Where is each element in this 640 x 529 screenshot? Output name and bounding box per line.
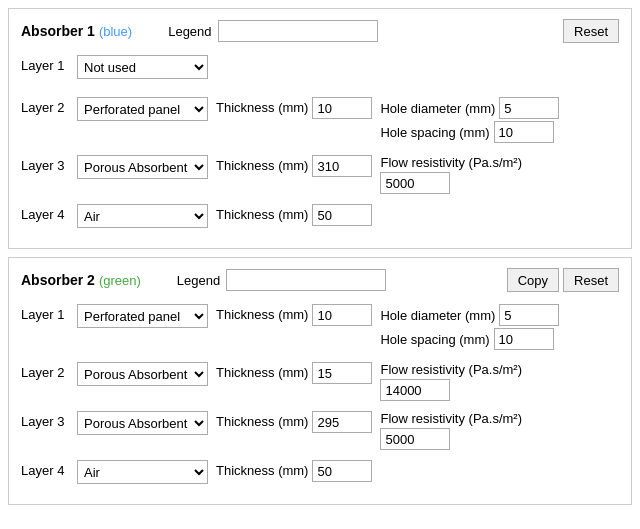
absorber2-layer1-row: Layer 1 Not used Perforated panel Porous…: [21, 304, 619, 352]
absorber1-header: Absorber 1 (blue) Legend Reset: [21, 19, 619, 43]
absorber1-layer2-hole-spacing-label: Hole spacing (mm): [380, 125, 489, 140]
absorber1-layer2-hole-spacing-input[interactable]: [494, 121, 554, 143]
absorber2-layer4-thickness-label: Thickness (mm): [216, 460, 308, 478]
absorber1-layer4-select[interactable]: Not used Perforated panel Porous Absorbe…: [77, 204, 208, 228]
absorber2-legend-label: Legend: [177, 273, 220, 288]
absorber1-layer1-label: Layer 1: [21, 55, 73, 73]
absorber2-layer2-label: Layer 2: [21, 362, 73, 380]
absorber2-header-right: Copy Reset: [507, 268, 619, 292]
absorber1-legend-label: Legend: [168, 24, 211, 39]
absorber1-layer2-hole-spacing-row: Hole spacing (mm): [380, 121, 559, 143]
absorber1-layer4-label: Layer 4: [21, 204, 73, 222]
absorber1-reset-button[interactable]: Reset: [563, 19, 619, 43]
absorber2-layer1-hole-spacing-row: Hole spacing (mm): [380, 328, 559, 350]
absorber1-header-right: Reset: [563, 19, 619, 43]
absorber1-layer3-select[interactable]: Not used Perforated panel Porous Absorbe…: [77, 155, 208, 179]
absorber1-layer2-thickness-input[interactable]: [312, 97, 372, 119]
absorber2-layer2-flow: Flow resistivity (Pa.s/m²): [380, 362, 522, 401]
absorber1-layer3-label: Layer 3: [21, 155, 73, 173]
absorber1-layer3-flow-input[interactable]: [380, 172, 450, 194]
absorber2-layer2-thickness-label: Thickness (mm): [216, 362, 308, 380]
absorber2-section: Absorber 2 (green) Legend Copy Reset Lay…: [8, 257, 632, 505]
absorber2-layer1-select[interactable]: Not used Perforated panel Porous Absorbe…: [77, 304, 208, 328]
absorber1-layer2-extra: Hole diameter (mm) Hole spacing (mm): [380, 97, 559, 145]
absorber2-layer2-select[interactable]: Not used Perforated panel Porous Absorbe…: [77, 362, 208, 386]
absorber1-color-label: (blue): [99, 24, 132, 39]
absorber1-layer2-thickness-label: Thickness (mm): [216, 97, 308, 115]
absorber2-layer1-hole-spacing-label: Hole spacing (mm): [380, 332, 489, 347]
absorber2-layer3-flow-input[interactable]: [380, 428, 450, 450]
absorber2-layer3-flow-label: Flow resistivity (Pa.s/m²): [380, 411, 522, 426]
absorber1-layer2-row: Layer 2 Not used Perforated panel Porous…: [21, 97, 619, 145]
absorber2-layer2-row: Layer 2 Not used Perforated panel Porous…: [21, 362, 619, 401]
absorber2-copy-button[interactable]: Copy: [507, 268, 559, 292]
absorber1-layer3-thickness-input[interactable]: [312, 155, 372, 177]
absorber2-layer1-hole-diameter-row: Hole diameter (mm): [380, 304, 559, 326]
absorber2-layer2-thickness-input[interactable]: [312, 362, 372, 384]
absorber1-layer2-label: Layer 2: [21, 97, 73, 115]
absorber2-layer4-select[interactable]: Not used Perforated panel Porous Absorbe…: [77, 460, 208, 484]
absorber1-layer1-select[interactable]: Not used Perforated panel Porous Absorbe…: [77, 55, 208, 79]
absorber2-layer2-flow-label: Flow resistivity (Pa.s/m²): [380, 362, 522, 377]
absorber1-layer3-row: Layer 3 Not used Perforated panel Porous…: [21, 155, 619, 194]
absorber2-layer1-hole-diameter-label: Hole diameter (mm): [380, 308, 495, 323]
absorber1-layer3-flow-label: Flow resistivity (Pa.s/m²): [380, 155, 522, 170]
absorber2-layer1-thickness-label: Thickness (mm): [216, 304, 308, 322]
absorber2-layer1-thickness-input[interactable]: [312, 304, 372, 326]
absorber2-layer4-thickness-input[interactable]: [312, 460, 372, 482]
absorber2-layer3-thickness-label: Thickness (mm): [216, 411, 308, 429]
absorber1-layer4-thickness-label: Thickness (mm): [216, 204, 308, 222]
absorber2-layer1-extra: Hole diameter (mm) Hole spacing (mm): [380, 304, 559, 352]
absorber1-title: Absorber 1: [21, 23, 95, 39]
absorber2-layer1-hole-diameter-input[interactable]: [499, 304, 559, 326]
absorber1-layer2-hole-diameter-input[interactable]: [499, 97, 559, 119]
absorber2-layer3-select[interactable]: Not used Perforated panel Porous Absorbe…: [77, 411, 208, 435]
absorber1-layer4-thickness-input[interactable]: [312, 204, 372, 226]
absorber1-legend-input[interactable]: [218, 20, 378, 42]
absorber2-layer1-label: Layer 1: [21, 304, 73, 322]
absorber2-legend-input[interactable]: [226, 269, 386, 291]
absorber1-layer3-flow: Flow resistivity (Pa.s/m²): [380, 155, 522, 194]
absorber2-layer3-row: Layer 3 Not used Perforated panel Porous…: [21, 411, 619, 450]
absorber1-layer4-row: Layer 4 Not used Perforated panel Porous…: [21, 204, 619, 228]
absorber1-section: Absorber 1 (blue) Legend Reset Layer 1 N…: [8, 8, 632, 249]
absorber1-layer2-select[interactable]: Not used Perforated panel Porous Absorbe…: [77, 97, 208, 121]
absorber2-layer3-label: Layer 3: [21, 411, 73, 429]
absorber2-layer4-row: Layer 4 Not used Perforated panel Porous…: [21, 460, 619, 484]
absorber1-layer3-thickness-label: Thickness (mm): [216, 155, 308, 173]
absorber2-layer3-thickness-input[interactable]: [312, 411, 372, 433]
absorber1-layer2-hole-diameter-row: Hole diameter (mm): [380, 97, 559, 119]
absorber1-layer1-row: Layer 1 Not used Perforated panel Porous…: [21, 55, 619, 79]
absorber2-header: Absorber 2 (green) Legend Copy Reset: [21, 268, 619, 292]
absorber2-layer4-label: Layer 4: [21, 460, 73, 478]
absorber2-reset-button[interactable]: Reset: [563, 268, 619, 292]
absorber2-layer3-flow: Flow resistivity (Pa.s/m²): [380, 411, 522, 450]
absorber2-layer2-flow-input[interactable]: [380, 379, 450, 401]
absorber2-title: Absorber 2: [21, 272, 95, 288]
absorber2-layer1-hole-spacing-input[interactable]: [494, 328, 554, 350]
absorber1-layer2-hole-diameter-label: Hole diameter (mm): [380, 101, 495, 116]
absorber2-color-label: (green): [99, 273, 141, 288]
